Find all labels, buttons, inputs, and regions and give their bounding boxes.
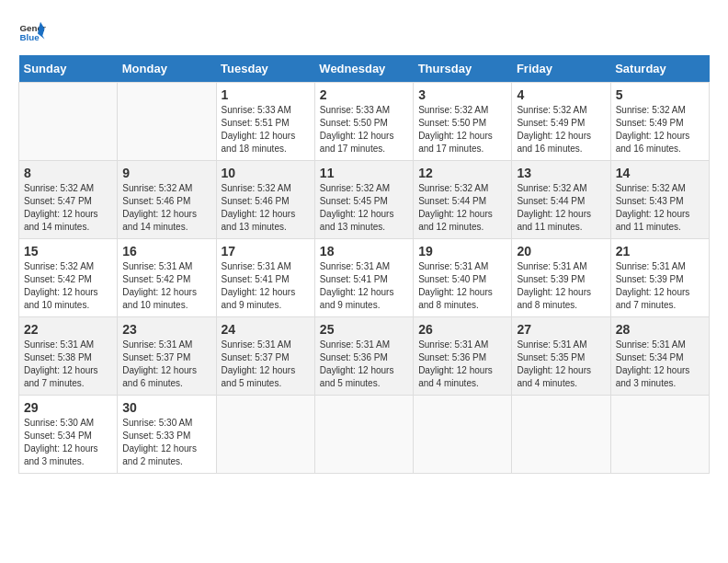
day-number: 14 (616, 166, 704, 180)
day-number: 16 (122, 244, 210, 259)
calendar-day-14: 14Sunrise: 5:32 AMSunset: 5:43 PMDayligh… (610, 161, 709, 239)
day-info: Sunrise: 5:31 AMSunset: 5:37 PMDaylight:… (122, 339, 210, 390)
calendar-day-15: 15Sunrise: 5:32 AMSunset: 5:42 PMDayligh… (19, 239, 118, 317)
empty-cell (216, 396, 314, 474)
day-number: 5 (616, 87, 704, 102)
day-number: 12 (418, 166, 506, 180)
calendar-day-4: 4Sunrise: 5:32 AMSunset: 5:49 PMDaylight… (512, 83, 610, 161)
weekday-header-wednesday: Wednesday (314, 55, 413, 83)
calendar-week-1: 1Sunrise: 5:33 AMSunset: 5:51 PMDaylight… (19, 83, 710, 161)
calendar-week-5: 29Sunrise: 5:30 AMSunset: 5:34 PMDayligh… (19, 396, 710, 474)
day-info: Sunrise: 5:33 AMSunset: 5:51 PMDaylight:… (222, 104, 310, 155)
day-number: 13 (517, 166, 605, 180)
day-info: Sunrise: 5:32 AMSunset: 5:47 PMDaylight:… (24, 182, 112, 234)
day-number: 18 (320, 244, 408, 259)
day-number: 19 (418, 244, 506, 259)
day-info: Sunrise: 5:31 AMSunset: 5:36 PMDaylight:… (320, 339, 408, 390)
day-number: 25 (320, 322, 408, 337)
calendar-week-2: 8Sunrise: 5:32 AMSunset: 5:47 PMDaylight… (19, 161, 710, 239)
weekday-header-thursday: Thursday (414, 55, 512, 83)
day-number: 2 (320, 87, 408, 102)
day-info: Sunrise: 5:32 AMSunset: 5:44 PMDaylight:… (517, 182, 605, 234)
calendar-day-13: 13Sunrise: 5:32 AMSunset: 5:44 PMDayligh… (512, 161, 610, 239)
calendar-day-10: 10Sunrise: 5:32 AMSunset: 5:46 PMDayligh… (216, 161, 314, 239)
day-number: 3 (418, 87, 506, 102)
weekday-header-monday: Monday (118, 55, 216, 83)
day-info: Sunrise: 5:31 AMSunset: 5:39 PMDaylight:… (616, 260, 704, 312)
calendar-week-4: 22Sunrise: 5:31 AMSunset: 5:38 PMDayligh… (19, 317, 710, 396)
day-info: Sunrise: 5:32 AMSunset: 5:46 PMDaylight:… (122, 182, 210, 234)
calendar-day-21: 21Sunrise: 5:31 AMSunset: 5:39 PMDayligh… (610, 239, 709, 317)
day-number: 26 (418, 322, 506, 337)
calendar-table: SundayMondayTuesdayWednesdayThursdayFrid… (18, 55, 710, 474)
day-info: Sunrise: 5:30 AMSunset: 5:34 PMDaylight:… (24, 417, 112, 468)
day-number: 15 (24, 244, 112, 259)
empty-cell (118, 83, 216, 161)
day-number: 28 (616, 322, 704, 337)
calendar-day-22: 22Sunrise: 5:31 AMSunset: 5:38 PMDayligh… (19, 317, 118, 396)
day-info: Sunrise: 5:32 AMSunset: 5:45 PMDaylight:… (320, 182, 408, 234)
day-info: Sunrise: 5:31 AMSunset: 5:38 PMDaylight:… (24, 339, 112, 390)
day-info: Sunrise: 5:31 AMSunset: 5:35 PMDaylight:… (517, 339, 605, 390)
day-number: 1 (222, 87, 310, 102)
calendar-day-20: 20Sunrise: 5:31 AMSunset: 5:39 PMDayligh… (512, 239, 610, 317)
calendar-day-18: 18Sunrise: 5:31 AMSunset: 5:41 PMDayligh… (314, 239, 413, 317)
calendar-day-24: 24Sunrise: 5:31 AMSunset: 5:37 PMDayligh… (216, 317, 314, 396)
calendar-day-2: 2Sunrise: 5:33 AMSunset: 5:50 PMDaylight… (314, 83, 413, 161)
logo-icon: General Blue (18, 18, 46, 46)
day-number: 4 (517, 87, 605, 102)
day-number: 22 (24, 322, 112, 337)
day-number: 10 (222, 166, 310, 180)
weekday-header-sunday: Sunday (19, 55, 118, 83)
day-number: 29 (24, 400, 112, 415)
day-info: Sunrise: 5:32 AMSunset: 5:50 PMDaylight:… (418, 104, 506, 155)
calendar-day-25: 25Sunrise: 5:31 AMSunset: 5:36 PMDayligh… (314, 317, 413, 396)
day-number: 20 (517, 244, 605, 259)
day-number: 24 (222, 322, 310, 337)
day-info: Sunrise: 5:32 AMSunset: 5:49 PMDaylight:… (517, 104, 605, 155)
day-info: Sunrise: 5:32 AMSunset: 5:42 PMDaylight:… (24, 260, 112, 312)
weekday-header-tuesday: Tuesday (216, 55, 314, 83)
day-info: Sunrise: 5:31 AMSunset: 5:40 PMDaylight:… (418, 260, 506, 312)
calendar-day-27: 27Sunrise: 5:31 AMSunset: 5:35 PMDayligh… (512, 317, 610, 396)
calendar-day-23: 23Sunrise: 5:31 AMSunset: 5:37 PMDayligh… (118, 317, 216, 396)
day-number: 30 (122, 400, 210, 415)
day-info: Sunrise: 5:32 AMSunset: 5:49 PMDaylight:… (616, 104, 704, 155)
empty-cell (512, 396, 610, 474)
calendar-day-29: 29Sunrise: 5:30 AMSunset: 5:34 PMDayligh… (19, 396, 118, 474)
day-info: Sunrise: 5:31 AMSunset: 5:39 PMDaylight:… (517, 260, 605, 312)
calendar-day-8: 8Sunrise: 5:32 AMSunset: 5:47 PMDaylight… (19, 161, 118, 239)
day-info: Sunrise: 5:31 AMSunset: 5:41 PMDaylight:… (222, 260, 310, 312)
calendar-day-11: 11Sunrise: 5:32 AMSunset: 5:45 PMDayligh… (314, 161, 413, 239)
weekday-header-friday: Friday (512, 55, 610, 83)
day-info: Sunrise: 5:32 AMSunset: 5:44 PMDaylight:… (418, 182, 506, 234)
calendar-day-17: 17Sunrise: 5:31 AMSunset: 5:41 PMDayligh… (216, 239, 314, 317)
day-info: Sunrise: 5:31 AMSunset: 5:34 PMDaylight:… (616, 339, 704, 390)
calendar-day-9: 9Sunrise: 5:32 AMSunset: 5:46 PMDaylight… (118, 161, 216, 239)
svg-text:Blue: Blue (20, 32, 40, 42)
day-info: Sunrise: 5:31 AMSunset: 5:36 PMDaylight:… (418, 339, 506, 390)
day-info: Sunrise: 5:32 AMSunset: 5:43 PMDaylight:… (616, 182, 704, 234)
day-info: Sunrise: 5:31 AMSunset: 5:42 PMDaylight:… (122, 260, 210, 312)
day-number: 17 (222, 244, 310, 259)
day-number: 21 (616, 244, 704, 259)
empty-cell (19, 83, 118, 161)
day-number: 27 (517, 322, 605, 337)
day-number: 8 (24, 166, 112, 180)
empty-cell (314, 396, 413, 474)
weekday-header-saturday: Saturday (610, 55, 709, 83)
day-number: 23 (122, 322, 210, 337)
calendar-body: 1Sunrise: 5:33 AMSunset: 5:51 PMDaylight… (19, 83, 710, 474)
calendar-day-1: 1Sunrise: 5:33 AMSunset: 5:51 PMDaylight… (216, 83, 314, 161)
calendar-day-12: 12Sunrise: 5:32 AMSunset: 5:44 PMDayligh… (414, 161, 512, 239)
logo: General Blue (18, 18, 46, 46)
day-number: 9 (122, 166, 210, 180)
empty-cell (414, 396, 512, 474)
day-info: Sunrise: 5:31 AMSunset: 5:37 PMDaylight:… (222, 339, 310, 390)
calendar-week-3: 15Sunrise: 5:32 AMSunset: 5:42 PMDayligh… (19, 239, 710, 317)
calendar-day-3: 3Sunrise: 5:32 AMSunset: 5:50 PMDaylight… (414, 83, 512, 161)
day-number: 11 (320, 166, 408, 180)
calendar-day-19: 19Sunrise: 5:31 AMSunset: 5:40 PMDayligh… (414, 239, 512, 317)
calendar-day-28: 28Sunrise: 5:31 AMSunset: 5:34 PMDayligh… (610, 317, 709, 396)
day-info: Sunrise: 5:30 AMSunset: 5:33 PMDaylight:… (122, 417, 210, 468)
